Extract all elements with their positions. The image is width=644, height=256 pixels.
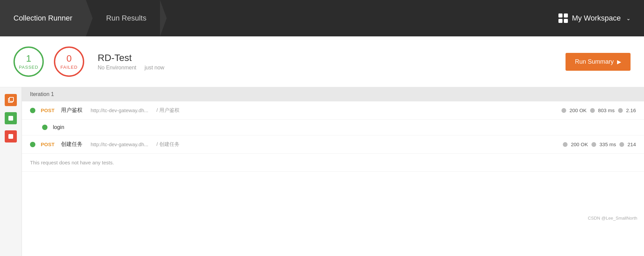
status-dot: [563, 142, 568, 147]
failed-count: 0: [66, 54, 72, 63]
content-area: Iteration 1 POST 用户鉴权 http://tc-dev-gate…: [0, 87, 644, 256]
failed-label: FAILED: [61, 65, 78, 70]
no-tests-message: This request does not have any tests.: [22, 154, 644, 172]
request-path: / 用户鉴权: [156, 107, 179, 114]
response-size: 2.16: [626, 107, 636, 113]
header: Collection Runner Run Results My Workspa…: [0, 0, 644, 36]
run-summary-button[interactable]: Run Summary ▶: [566, 53, 631, 71]
response-time: 803 ms: [598, 107, 615, 113]
method-badge: POST: [41, 141, 56, 147]
empty-space: [22, 172, 644, 212]
sub-status-indicator: [42, 125, 47, 130]
passed-label: PASSED: [19, 65, 38, 70]
svg-rect-3: [8, 134, 13, 139]
main-content: 1 PASSED 0 FAILED RD-Test No Environment…: [0, 36, 644, 256]
size-dot: [618, 108, 623, 113]
copy-icon: [7, 97, 14, 103]
environment-label: No Environment: [98, 65, 136, 70]
list-item: login: [22, 120, 644, 135]
status-indicator: [30, 142, 35, 147]
collection-name: RD-Test: [98, 53, 555, 63]
table-row: POST 创建任务 http://tc-dev-gateway.dh... / …: [22, 135, 644, 154]
nav-run-results[interactable]: Run Results: [86, 0, 160, 36]
sidebar-icon-orange[interactable]: [5, 94, 17, 106]
request-name: 创建任务: [61, 141, 83, 148]
results-area: Iteration 1 POST 用户鉴权 http://tc-dev-gate…: [22, 87, 644, 256]
square-green-icon: [8, 116, 13, 121]
run-summary-arrow-icon: ▶: [617, 59, 621, 65]
failed-badge: 0 FAILED: [54, 46, 84, 77]
square-red-icon: [8, 134, 13, 139]
request-url: http://tc-dev-gateway.dh...: [91, 141, 148, 147]
response-size: 214: [627, 141, 636, 147]
header-nav: Collection Runner Run Results: [0, 0, 160, 36]
nav-collection-runner-label: Collection Runner: [13, 14, 72, 23]
chevron-down-icon: ⌄: [626, 15, 631, 22]
request-name: 用户鉴权: [61, 107, 83, 114]
status-indicator: [30, 108, 35, 113]
workspace-icon: [558, 13, 568, 23]
request-metrics: 200 OK 335 ms 214: [563, 141, 636, 147]
time-dot: [590, 108, 595, 113]
table-row: POST 用户鉴权 http://tc-dev-gateway.dh... / …: [22, 101, 644, 120]
method-badge: POST: [41, 107, 56, 113]
sub-request-name: login: [53, 124, 64, 130]
passed-count: 1: [26, 54, 31, 63]
sidebar-icon-green[interactable]: [5, 112, 17, 124]
response-time: 335 ms: [600, 141, 616, 147]
request-path: / 创建任务: [156, 141, 179, 148]
workspace-selector[interactable]: My Workspace ⌄: [558, 13, 644, 23]
collection-info: RD-Test No Environment just now: [94, 53, 555, 71]
size-dot: [619, 142, 624, 147]
status-code: 200 OK: [570, 107, 587, 113]
request-url: http://tc-dev-gateway.dh...: [91, 107, 148, 113]
svg-rect-2: [8, 116, 13, 121]
nav-run-results-label: Run Results: [106, 14, 147, 23]
footer-credit: CSDN @Lee_SmallNorth: [22, 212, 644, 224]
nav-collection-runner[interactable]: Collection Runner: [0, 0, 86, 36]
timestamp-label: just now: [144, 65, 164, 70]
run-summary-label: Run Summary: [575, 58, 614, 65]
passed-badge: 1 PASSED: [13, 46, 44, 77]
svg-rect-1: [9, 97, 13, 101]
collection-meta: No Environment just now: [98, 65, 555, 71]
iteration-header: Iteration 1: [22, 87, 644, 101]
workspace-label: My Workspace: [572, 14, 621, 23]
status-code: 200 OK: [571, 141, 588, 147]
sidebar-icon-red[interactable]: [5, 130, 17, 142]
time-dot: [591, 142, 596, 147]
sidebar: [0, 87, 22, 256]
status-dot: [561, 108, 566, 113]
summary-bar: 1 PASSED 0 FAILED RD-Test No Environment…: [0, 36, 644, 87]
request-metrics: 200 OK 803 ms 2.16: [561, 107, 636, 113]
